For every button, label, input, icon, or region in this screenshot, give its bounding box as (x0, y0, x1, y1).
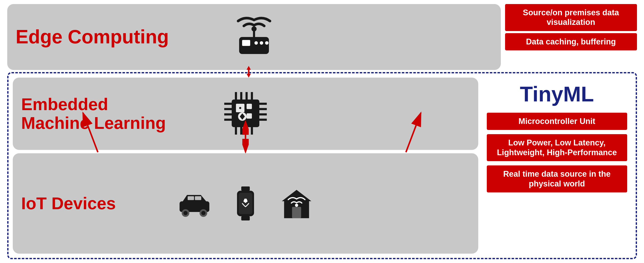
edge-feature-1: Source/on premises data visualization (505, 4, 637, 31)
top-row: Edge Computing (7, 4, 637, 70)
svg-point-37 (201, 211, 206, 215)
arrow-iot-right (376, 111, 423, 153)
svg-rect-40 (241, 187, 250, 191)
bottom-dashed-area: Embedded Machine Learning (7, 72, 637, 259)
tinyml-column: TinyML Microcontroller Unit Low Power, L… (482, 78, 632, 254)
tinyml-title: TinyML (487, 82, 627, 106)
svg-rect-39 (195, 196, 201, 200)
svg-line-47 (83, 113, 98, 152)
diagram-container: Edge Computing (7, 4, 637, 259)
svg-point-35 (184, 211, 188, 215)
svg-point-29 (239, 107, 241, 109)
smarthome-icon (280, 187, 314, 221)
tinyml-feature-3: Real time data source in the physical wo… (487, 165, 627, 192)
svg-point-5 (260, 41, 263, 45)
iot-box: IoT Devices (13, 153, 478, 254)
svg-rect-25 (246, 104, 252, 109)
iot-title: IoT Devices (21, 194, 116, 213)
svg-marker-32 (246, 74, 251, 78)
iot-icons (178, 187, 314, 221)
left-column: Embedded Machine Learning (13, 78, 478, 254)
arrow-edge-embedded (246, 66, 252, 78)
edge-feature-2: Data caching, buffering (505, 33, 637, 51)
svg-rect-26 (246, 113, 252, 119)
smartwatch-icon (228, 187, 262, 221)
tinyml-feature-1: Microcontroller Unit (487, 113, 627, 130)
svg-marker-30 (246, 66, 251, 70)
svg-point-6 (265, 41, 268, 45)
svg-rect-3 (242, 40, 250, 46)
tinyml-feature-2: Low Power, Low Latency, Lightweight, Hig… (487, 134, 627, 161)
router-icon (233, 13, 275, 60)
svg-point-45 (295, 204, 298, 207)
arrow-iot-center (242, 119, 249, 153)
edge-computing-title: Edge Computing (16, 26, 169, 47)
svg-point-4 (254, 41, 258, 45)
svg-rect-43 (239, 193, 252, 214)
car-icon (178, 187, 212, 221)
svg-rect-44 (292, 207, 301, 218)
svg-rect-38 (188, 196, 194, 200)
edge-right-panel: Source/on premises data visualization Da… (505, 4, 637, 70)
arrow-iot-left (81, 111, 128, 153)
edge-computing-box: Edge Computing (7, 4, 501, 70)
svg-line-52 (406, 113, 421, 152)
svg-rect-41 (241, 216, 250, 221)
